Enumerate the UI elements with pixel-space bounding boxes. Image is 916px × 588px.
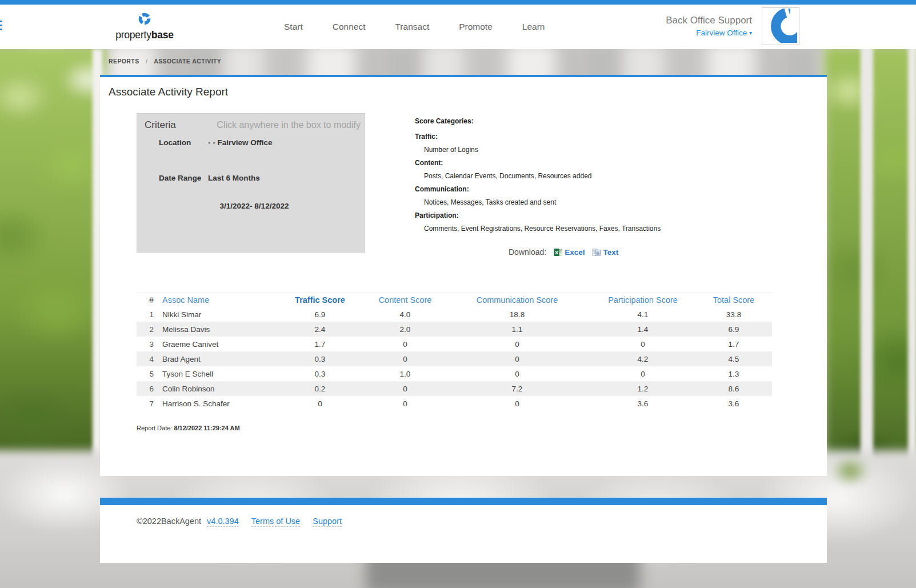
column-header-participation-score[interactable]: Participation Score: [590, 293, 695, 307]
download-excel-label: Excel: [565, 248, 585, 257]
nav-item-start[interactable]: Start: [284, 22, 303, 32]
table-row: 3 Graeme Canivet 1.7 0 0 0 1.7: [137, 337, 772, 351]
nav-item-promote[interactable]: Promote: [459, 22, 493, 32]
cell-participation-score: 4.1: [590, 307, 695, 322]
download-text-label: Text: [603, 248, 618, 257]
location-value: - - Fairview Office: [208, 138, 273, 147]
cell-content-score: 1.0: [366, 366, 444, 381]
cell-communication-score: 7.2: [444, 381, 590, 396]
category-content: Content:: [415, 157, 661, 170]
cell-assoc-name: Tyson E Schell: [157, 366, 274, 381]
table-row: 7 Harrison S. Schafer 0 0 0 3.6 3.6: [137, 396, 772, 411]
cell-participation-score: 0: [590, 337, 695, 351]
criteria-hint: Click anywhere in the box to modify: [217, 120, 361, 130]
cell-traffic-score: 2.4: [274, 322, 366, 337]
nav-item-transact[interactable]: Transact: [395, 22, 429, 32]
chevron-down-icon: ▾: [749, 30, 752, 36]
cell-participation-score: 3.6: [590, 396, 695, 411]
cell-num: 5: [137, 366, 157, 381]
cell-traffic-score: 0.3: [274, 351, 366, 366]
table-row: 6 Colin Robinson 0.2 0 7.2 1.2 8.6: [137, 381, 772, 396]
breadcrumb-separator: /: [146, 58, 147, 65]
user-info: Back Office Support Fairview Office ▾: [666, 14, 752, 40]
date-range-value: Last 6 Months: [208, 174, 260, 182]
propertybase-logo[interactable]: propertybase: [107, 5, 182, 49]
breadcrumb-associate-activity: ASSOCIATE ACTIVITY: [154, 58, 221, 65]
background-window-mullion: [861, 46, 873, 497]
breadcrumb-reports[interactable]: REPORTS: [109, 58, 139, 65]
category-communication: Communication:: [415, 183, 661, 196]
column-header-num: #: [137, 293, 157, 307]
avatar[interactable]: [762, 7, 799, 45]
cell-content-score: 0: [366, 396, 444, 411]
background-window-mullion: [908, 46, 916, 497]
table-row: 4 Brad Agent 0.3 0 0 4.2 4.5: [137, 351, 772, 366]
background-trees-left: [0, 46, 106, 471]
category-traffic: Traffic:: [415, 130, 661, 143]
version-link[interactable]: v4.0.394: [207, 517, 239, 527]
cell-num: 4: [137, 351, 157, 366]
cell-traffic-score: 0.3: [274, 366, 366, 381]
download-excel-link[interactable]: X Excel: [554, 248, 585, 257]
date-range-dates: 3/1/2022- 8/12/2022: [137, 202, 365, 210]
brand-name: propertybase: [115, 29, 174, 41]
main-nav: Start Connect Transact Promote Learn: [284, 5, 545, 49]
cell-num: 2: [137, 322, 157, 337]
cell-num: 6: [137, 381, 157, 396]
cell-communication-score: 0: [444, 366, 590, 381]
breadcrumb: REPORTS / ASSOCIATE ACTIVITY: [109, 58, 221, 65]
terms-of-use-link[interactable]: Terms of Use: [251, 517, 300, 527]
column-header-communication-score[interactable]: Communication Score: [444, 293, 590, 307]
top-accent-bar: [0, 0, 916, 5]
cell-participation-score: 1.2: [590, 381, 695, 396]
svg-text:X: X: [555, 249, 559, 255]
cell-communication-score: 0: [444, 337, 590, 351]
column-header-total-score[interactable]: Total Score: [695, 293, 772, 307]
category-traffic-desc: Number of Logins: [415, 143, 661, 157]
cell-content-score: 2.0: [366, 322, 444, 337]
cell-content-score: 0: [366, 337, 444, 351]
user-role-label: Back Office Support: [666, 14, 752, 27]
cell-num: 3: [137, 337, 157, 351]
cell-participation-score: 4.2: [590, 351, 695, 366]
cell-participation-score: 1.4: [590, 322, 695, 337]
report-date-value: 8/12/2022 11:29:24 AM: [174, 425, 239, 431]
table-body: 1 Nikki Simar 6.9 4.0 18.8 4.1 33.8 2 Me…: [137, 307, 772, 411]
copyright-text: ©2022BackAgent: [137, 517, 201, 526]
cell-total-score: 4.5: [695, 351, 772, 366]
associate-activity-table: # Assoc Name Traffic Score Content Score…: [137, 293, 772, 411]
footer: ©2022BackAgent v4.0.394 Terms of Use Sup…: [100, 505, 827, 563]
cell-assoc-name: Graeme Canivet: [157, 337, 274, 351]
cell-total-score: 1.7: [695, 337, 772, 351]
support-link[interactable]: Support: [313, 517, 342, 527]
table-row: 2 Melissa Davis 2.4 2.0 1.1 1.4 6.9: [137, 322, 772, 337]
column-header-content-score[interactable]: Content Score: [366, 293, 444, 307]
column-header-assoc-name[interactable]: Assoc Name: [157, 293, 274, 307]
cell-traffic-score: 1.7: [274, 337, 366, 351]
category-participation: Participation:: [415, 209, 661, 222]
score-categories-title: Score Categories:: [415, 115, 661, 127]
cell-assoc-name: Harrison S. Schafer: [157, 396, 274, 411]
criteria-label: Criteria: [145, 119, 176, 131]
column-header-traffic-score[interactable]: Traffic Score: [274, 293, 366, 307]
page-title: Associate Activity Report: [109, 86, 228, 98]
download-text-link[interactable]: Text: [592, 248, 618, 257]
nav-item-connect[interactable]: Connect: [333, 22, 366, 32]
date-range-label: Date Range: [159, 174, 201, 182]
report-date: Report Date: 8/12/2022 11:29:24 AM: [137, 425, 240, 431]
cell-total-score: 8.6: [695, 381, 772, 396]
nav-item-learn[interactable]: Learn: [522, 22, 545, 32]
report-card: Associate Activity Report Criteria Click…: [100, 75, 827, 476]
cell-communication-score: 1.1: [444, 322, 590, 337]
category-content-desc: Posts, Calendar Events, Documents, Resou…: [415, 170, 661, 183]
category-communication-desc: Notices, Messages, Tasks created and sen…: [415, 196, 661, 209]
cell-num: 1: [137, 307, 157, 322]
criteria-box[interactable]: Criteria Click anywhere in the box to mo…: [137, 113, 365, 253]
excel-file-icon: X: [554, 248, 562, 257]
cell-assoc-name: Colin Robinson: [157, 381, 274, 396]
table-header-row: # Assoc Name Traffic Score Content Score…: [137, 293, 772, 307]
office-selector[interactable]: Fairview Office ▾: [666, 27, 752, 40]
edge-menu-icon[interactable]: [0, 21, 2, 33]
download-row: Download: X Excel Text: [509, 247, 618, 257]
cell-communication-score: 18.8: [444, 307, 590, 322]
